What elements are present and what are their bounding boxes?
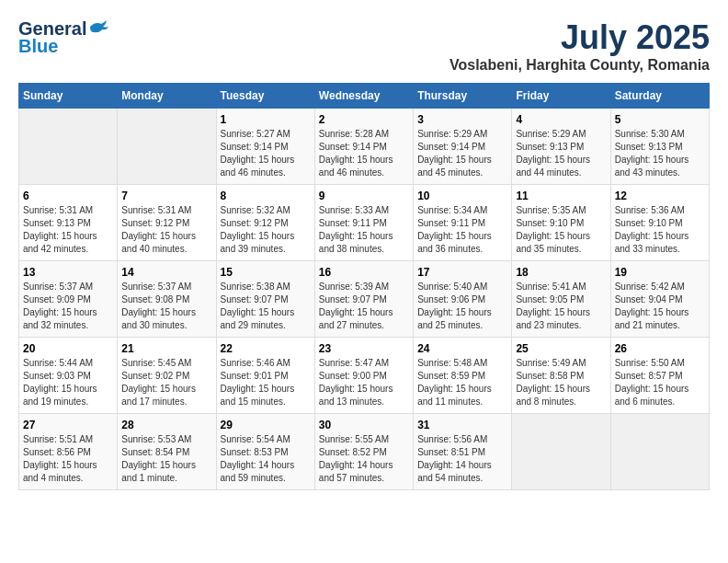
logo-bird-icon	[88, 19, 108, 36]
day-info: Sunrise: 5:31 AMSunset: 9:12 PMDaylight:…	[121, 204, 211, 256]
calendar-day-cell: 14Sunrise: 5:37 AMSunset: 9:08 PMDayligh…	[118, 261, 216, 338]
day-info: Sunrise: 5:29 AMSunset: 9:14 PMDaylight:…	[417, 128, 507, 179]
day-info: Sunrise: 5:40 AMSunset: 9:06 PMDaylight:…	[417, 281, 507, 332]
month-title: July 2025	[449, 18, 710, 57]
weekday-header-cell: Wednesday	[314, 84, 413, 109]
location-title: Voslabeni, Harghita County, Romania	[449, 57, 710, 74]
calendar-day-cell: 25Sunrise: 5:49 AMSunset: 8:58 PMDayligh…	[512, 338, 610, 414]
weekday-header-cell: Tuesday	[216, 84, 314, 109]
day-number: 15	[221, 266, 311, 279]
day-number: 28	[121, 419, 211, 431]
calendar-table: SundayMondayTuesdayWednesdayThursdayFrid…	[18, 83, 710, 490]
calendar-day-cell	[19, 109, 118, 185]
calendar-day-cell: 29Sunrise: 5:54 AMSunset: 8:53 PMDayligh…	[216, 414, 314, 490]
calendar-day-cell: 21Sunrise: 5:45 AMSunset: 9:02 PMDayligh…	[118, 338, 216, 414]
day-number: 29	[221, 419, 311, 431]
day-number: 8	[221, 190, 311, 202]
calendar-day-cell: 2Sunrise: 5:28 AMSunset: 9:14 PMDaylight…	[314, 109, 413, 185]
day-number: 9	[319, 190, 409, 202]
calendar-day-cell: 18Sunrise: 5:41 AMSunset: 9:05 PMDayligh…	[512, 261, 610, 338]
calendar-day-cell: 26Sunrise: 5:50 AMSunset: 8:57 PMDayligh…	[610, 338, 709, 414]
day-info: Sunrise: 5:29 AMSunset: 9:13 PMDaylight:…	[516, 128, 606, 179]
day-number: 16	[319, 266, 409, 279]
calendar-day-cell: 19Sunrise: 5:42 AMSunset: 9:04 PMDayligh…	[610, 261, 709, 338]
calendar-week-row: 6Sunrise: 5:31 AMSunset: 9:13 PMDaylight…	[19, 185, 710, 261]
calendar-day-cell: 6Sunrise: 5:31 AMSunset: 9:13 PMDaylight…	[19, 185, 118, 261]
day-number: 2	[319, 113, 409, 126]
logo-blue-text: Blue	[18, 36, 58, 57]
weekday-header-cell: Monday	[118, 84, 216, 109]
day-info: Sunrise: 5:48 AMSunset: 8:59 PMDaylight:…	[417, 357, 507, 408]
calendar-day-cell: 23Sunrise: 5:47 AMSunset: 9:00 PMDayligh…	[314, 338, 413, 414]
day-number: 12	[615, 190, 705, 202]
calendar-day-cell: 24Sunrise: 5:48 AMSunset: 8:59 PMDayligh…	[414, 338, 512, 414]
day-info: Sunrise: 5:28 AMSunset: 9:14 PMDaylight:…	[319, 128, 409, 179]
day-info: Sunrise: 5:42 AMSunset: 9:04 PMDaylight:…	[615, 281, 705, 332]
calendar-day-cell	[512, 414, 610, 490]
day-number: 1	[221, 113, 311, 126]
calendar-day-cell: 16Sunrise: 5:39 AMSunset: 9:07 PMDayligh…	[314, 261, 413, 338]
day-number: 13	[23, 266, 113, 279]
calendar-day-cell: 7Sunrise: 5:31 AMSunset: 9:12 PMDaylight…	[118, 185, 216, 261]
day-number: 21	[121, 342, 211, 355]
calendar-day-cell: 8Sunrise: 5:32 AMSunset: 9:12 PMDaylight…	[216, 185, 314, 261]
day-number: 20	[23, 342, 113, 355]
calendar-header: SundayMondayTuesdayWednesdayThursdayFrid…	[19, 84, 710, 109]
calendar-day-cell: 11Sunrise: 5:35 AMSunset: 9:10 PMDayligh…	[512, 185, 610, 261]
calendar-day-cell: 17Sunrise: 5:40 AMSunset: 9:06 PMDayligh…	[414, 261, 512, 338]
day-number: 27	[23, 419, 113, 431]
calendar-day-cell: 20Sunrise: 5:44 AMSunset: 9:03 PMDayligh…	[19, 338, 118, 414]
day-info: Sunrise: 5:37 AMSunset: 9:09 PMDaylight:…	[23, 281, 113, 332]
day-number: 5	[615, 113, 705, 126]
day-info: Sunrise: 5:51 AMSunset: 8:56 PMDaylight:…	[23, 433, 113, 485]
logo: General Blue	[18, 18, 108, 57]
day-number: 17	[417, 266, 507, 279]
day-number: 25	[516, 342, 606, 355]
day-number: 4	[516, 113, 606, 126]
calendar-day-cell: 27Sunrise: 5:51 AMSunset: 8:56 PMDayligh…	[19, 414, 118, 490]
weekday-header-cell: Friday	[512, 84, 610, 109]
calendar-day-cell: 31Sunrise: 5:56 AMSunset: 8:51 PMDayligh…	[414, 414, 512, 490]
calendar-body: 1Sunrise: 5:27 AMSunset: 9:14 PMDaylight…	[19, 109, 710, 490]
weekday-header-row: SundayMondayTuesdayWednesdayThursdayFrid…	[19, 84, 710, 109]
calendar-week-row: 20Sunrise: 5:44 AMSunset: 9:03 PMDayligh…	[19, 338, 710, 414]
day-number: 7	[121, 190, 211, 202]
calendar-day-cell: 5Sunrise: 5:30 AMSunset: 9:13 PMDaylight…	[610, 109, 709, 185]
day-number: 26	[615, 342, 705, 355]
day-info: Sunrise: 5:54 AMSunset: 8:53 PMDaylight:…	[221, 433, 311, 485]
weekday-header-cell: Saturday	[610, 84, 709, 109]
day-info: Sunrise: 5:55 AMSunset: 8:52 PMDaylight:…	[319, 433, 409, 485]
day-info: Sunrise: 5:37 AMSunset: 9:08 PMDaylight:…	[121, 281, 211, 332]
calendar-day-cell	[118, 109, 216, 185]
calendar-day-cell: 10Sunrise: 5:34 AMSunset: 9:11 PMDayligh…	[414, 185, 512, 261]
day-info: Sunrise: 5:35 AMSunset: 9:10 PMDaylight:…	[516, 204, 606, 256]
weekday-header-cell: Sunday	[19, 84, 118, 109]
day-info: Sunrise: 5:34 AMSunset: 9:11 PMDaylight:…	[417, 204, 507, 256]
day-info: Sunrise: 5:44 AMSunset: 9:03 PMDaylight:…	[23, 357, 113, 408]
day-info: Sunrise: 5:47 AMSunset: 9:00 PMDaylight:…	[319, 357, 409, 408]
day-info: Sunrise: 5:38 AMSunset: 9:07 PMDaylight:…	[221, 281, 311, 332]
day-number: 23	[319, 342, 409, 355]
weekday-header-cell: Thursday	[414, 84, 512, 109]
day-info: Sunrise: 5:32 AMSunset: 9:12 PMDaylight:…	[221, 204, 311, 256]
day-info: Sunrise: 5:33 AMSunset: 9:11 PMDaylight:…	[319, 204, 409, 256]
day-number: 3	[417, 113, 507, 126]
calendar-day-cell: 28Sunrise: 5:53 AMSunset: 8:54 PMDayligh…	[118, 414, 216, 490]
calendar-day-cell: 12Sunrise: 5:36 AMSunset: 9:10 PMDayligh…	[610, 185, 709, 261]
day-info: Sunrise: 5:39 AMSunset: 9:07 PMDaylight:…	[319, 281, 409, 332]
calendar-day-cell: 22Sunrise: 5:46 AMSunset: 9:01 PMDayligh…	[216, 338, 314, 414]
day-info: Sunrise: 5:31 AMSunset: 9:13 PMDaylight:…	[23, 204, 113, 256]
day-info: Sunrise: 5:46 AMSunset: 9:01 PMDaylight:…	[221, 357, 311, 408]
day-info: Sunrise: 5:45 AMSunset: 9:02 PMDaylight:…	[121, 357, 211, 408]
day-number: 14	[121, 266, 211, 279]
calendar-week-row: 1Sunrise: 5:27 AMSunset: 9:14 PMDaylight…	[19, 109, 710, 185]
calendar-day-cell: 9Sunrise: 5:33 AMSunset: 9:11 PMDaylight…	[314, 185, 413, 261]
day-number: 31	[417, 419, 507, 431]
calendar-day-cell: 13Sunrise: 5:37 AMSunset: 9:09 PMDayligh…	[19, 261, 118, 338]
day-info: Sunrise: 5:56 AMSunset: 8:51 PMDaylight:…	[417, 433, 507, 485]
calendar-day-cell: 4Sunrise: 5:29 AMSunset: 9:13 PMDaylight…	[512, 109, 610, 185]
day-info: Sunrise: 5:53 AMSunset: 8:54 PMDaylight:…	[121, 433, 211, 485]
day-number: 10	[417, 190, 507, 202]
day-number: 18	[516, 266, 606, 279]
day-number: 11	[516, 190, 606, 202]
